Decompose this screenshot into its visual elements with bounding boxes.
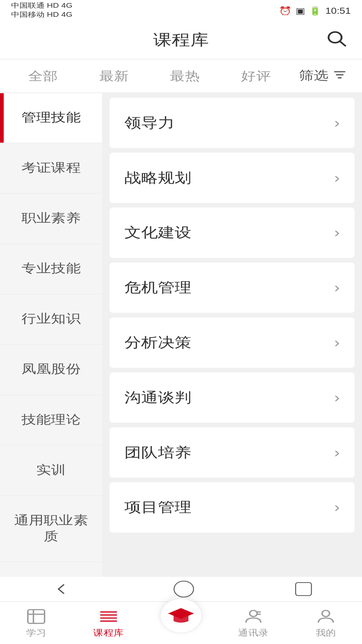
- sidebar-item-career[interactable]: 职业素养: [0, 194, 102, 244]
- alarm-icon: ⏰: [279, 6, 292, 16]
- list-item[interactable]: 沟通谈判 ›: [110, 372, 355, 423]
- list-item-label: 领导力: [124, 114, 175, 132]
- sidebar-item-industry[interactable]: 行业知识: [0, 294, 102, 345]
- tab-bar: 全部 最新 最热 好评 筛选: [0, 59, 362, 93]
- chevron-right-icon: ›: [334, 499, 340, 516]
- svg-point-0: [328, 32, 342, 42]
- list-item[interactable]: 领导力 ›: [110, 98, 355, 148]
- sidebar-item-skilltheory[interactable]: 技能理论: [0, 395, 102, 445]
- chevron-right-icon: ›: [334, 444, 340, 461]
- content-area: 管理技能 考证课程 职业素养 专业技能 行业知识 凤凰股份 技能理论 实训 通用…: [0, 93, 362, 601]
- nav-item-contacts[interactable]: 通讯录: [217, 602, 290, 644]
- book-icon: [25, 607, 47, 626]
- nav-item-course[interactable]: 课程库: [72, 602, 145, 644]
- status-bar: 中国联通 HD 4G 中国移动 HD 4G ⏰ ▣ 🔋 10:51: [0, 0, 362, 21]
- list-item[interactable]: 分析决策 ›: [110, 317, 355, 368]
- subcategory-list: 领导力 › 战略规划 › 文化建设 › 危机管理 › 分析决策 › 沟通谈判 ›…: [102, 93, 362, 601]
- list-icon: [98, 607, 120, 626]
- search-icon: [325, 29, 347, 47]
- carrier2: 中国移动 HD 4G: [11, 11, 72, 20]
- chevron-right-icon: ›: [334, 170, 340, 186]
- list-item-label: 项目管理: [124, 498, 191, 517]
- chevron-right-icon: ›: [334, 115, 340, 131]
- nav-label-study: 学习: [26, 627, 47, 639]
- list-item-label: 危机管理: [124, 278, 191, 297]
- filter-icon: [332, 69, 347, 83]
- nav-label-contacts: 通讯录: [238, 627, 268, 639]
- recents-button[interactable]: [295, 582, 312, 596]
- nav-label-mine: 我的: [316, 627, 336, 639]
- chevron-right-icon: ›: [334, 225, 340, 241]
- filter-button[interactable]: 筛选: [292, 68, 355, 84]
- chevron-right-icon: ›: [334, 280, 340, 296]
- tab-latest[interactable]: 最新: [78, 59, 149, 93]
- svg-line-1: [341, 42, 345, 45]
- nav-item-study[interactable]: 学习: [0, 602, 72, 644]
- home-button[interactable]: [174, 581, 194, 597]
- time-display: 10:51: [325, 6, 351, 15]
- nav-label-course: 课程库: [93, 627, 124, 639]
- tab-hottest[interactable]: 最热: [149, 59, 221, 93]
- list-item-label: 分析决策: [124, 333, 191, 352]
- list-item-label: 文化建设: [124, 224, 191, 242]
- list-item[interactable]: 危机管理 ›: [110, 263, 355, 313]
- list-item[interactable]: 文化建设 ›: [110, 208, 355, 258]
- back-icon: [52, 581, 71, 596]
- sidebar-item-certification[interactable]: 考证课程: [0, 144, 102, 194]
- list-item[interactable]: 项目管理 ›: [110, 482, 355, 533]
- status-right: ⏰ ▣ 🔋 10:51: [279, 6, 351, 16]
- svg-rect-5: [28, 610, 45, 624]
- list-item[interactable]: 团队培养 ›: [110, 427, 355, 478]
- funnel-icon: [332, 69, 347, 81]
- carrier1: 中国联通 HD 4G: [11, 2, 72, 11]
- nav-item-center[interactable]: [145, 613, 217, 633]
- list-item-label: 战略规划: [124, 169, 191, 187]
- graduation-cap-icon: [166, 603, 196, 628]
- bottom-nav: 学习 课程库 通讯录 我的: [0, 601, 362, 644]
- system-nav-bar: [0, 577, 362, 601]
- sidebar-item-fenghuang[interactable]: 凤凰股份: [0, 345, 102, 395]
- tab-rated[interactable]: 好评: [221, 59, 292, 93]
- back-button[interactable]: [50, 580, 72, 598]
- search-button[interactable]: [325, 29, 347, 51]
- person-icon: [315, 607, 337, 626]
- tab-all[interactable]: 全部: [7, 59, 78, 93]
- nav-item-mine[interactable]: 我的: [290, 602, 362, 644]
- header: 课程库: [0, 21, 362, 60]
- battery-icon: 🔋: [309, 6, 322, 16]
- chevron-right-icon: ›: [334, 389, 340, 406]
- list-item-label: 团队培养: [124, 443, 191, 462]
- chevron-right-icon: ›: [334, 335, 340, 351]
- sim-icon: ▣: [296, 6, 305, 16]
- sidebar-item-professional[interactable]: 专业技能: [0, 244, 102, 294]
- list-item-label: 沟通谈判: [124, 388, 191, 407]
- contacts-icon: [242, 607, 264, 626]
- svg-point-16: [322, 610, 329, 616]
- carrier-info: 中国联通 HD 4G 中国移动 HD 4G: [11, 2, 72, 19]
- sidebar-item-management[interactable]: 管理技能: [0, 93, 102, 144]
- filter-label: 筛选: [299, 68, 329, 84]
- sidebar-item-general[interactable]: 通用职业素质: [0, 496, 102, 562]
- category-sidebar: 管理技能 考证课程 职业素养 专业技能 行业知识 凤凰股份 技能理论 实训 通用…: [0, 93, 102, 601]
- page-title: 课程库: [153, 30, 209, 50]
- svg-point-13: [250, 610, 257, 616]
- list-item[interactable]: 战略规划 ›: [110, 153, 355, 203]
- sidebar-item-training[interactable]: 实训: [0, 446, 102, 496]
- graduation-cap-container: [160, 598, 202, 633]
